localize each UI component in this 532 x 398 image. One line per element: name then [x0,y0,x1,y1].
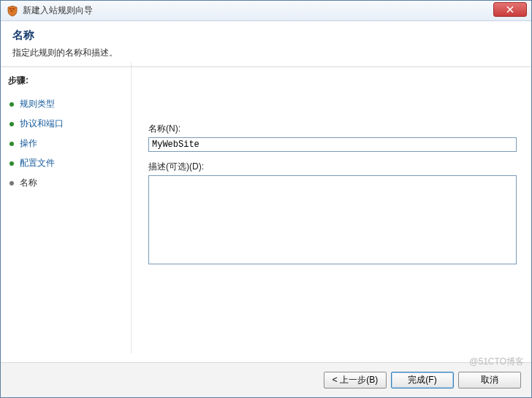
page-title: 名称 [12,28,520,42]
step-name[interactable]: 名称 [8,173,125,193]
name-label: 名称(N): [148,123,517,135]
back-button[interactable]: < 上一步(B) [324,372,387,389]
wizard-header: 名称 指定此规则的名称和描述。 [1,21,531,67]
step-label: 操作 [20,137,37,150]
close-icon [506,6,514,13]
bullet-icon [10,142,14,146]
bullet-icon [10,122,14,126]
steps-label: 步骤: [8,74,125,87]
desc-label: 描述(可选)(D): [148,161,517,173]
step-protocol-port[interactable]: 协议和端口 [8,114,125,134]
name-field-group: 名称(N): [148,123,517,152]
svg-rect-1 [12,8,15,9]
form-panel: 名称(N): 描述(可选)(D): [131,67,531,362]
name-input[interactable] [148,137,517,152]
titlebar: 新建入站规则向导 [1,1,531,21]
bullet-icon [10,161,14,166]
desc-textarea[interactable] [148,175,517,264]
bullet-icon [10,102,14,107]
cancel-button[interactable]: 取消 [458,372,521,389]
svg-rect-0 [10,8,12,9]
step-profile[interactable]: 配置文件 [8,153,125,173]
step-label: 规则类型 [20,98,55,110]
page-subtitle: 指定此规则的名称和描述。 [12,47,520,59]
vertical-divider [131,62,132,353]
desc-field-group: 描述(可选)(D): [148,161,517,267]
close-button[interactable] [493,2,527,17]
step-action[interactable]: 操作 [8,134,125,153]
step-label: 协议和端口 [20,118,64,130]
steps-sidebar: 步骤: 规则类型 协议和端口 操作 配置文件 名称 [1,67,131,362]
wizard-window: 新建入站规则向导 名称 指定此规则的名称和描述。 步骤: 规则类型 协议和端口 … [0,0,532,398]
step-label: 配置文件 [20,157,55,169]
step-rule-type[interactable]: 规则类型 [8,94,125,114]
bullet-icon [10,181,14,185]
step-label: 名称 [20,177,37,189]
finish-button[interactable]: 完成(F) [391,372,454,389]
wizard-body: 步骤: 规则类型 协议和端口 操作 配置文件 名称 [1,67,531,362]
svg-rect-2 [11,10,13,12]
window-title: 新建入站规则向导 [23,4,493,17]
firewall-icon [7,5,18,17]
wizard-footer: < 上一步(B) 完成(F) 取消 [1,362,531,397]
